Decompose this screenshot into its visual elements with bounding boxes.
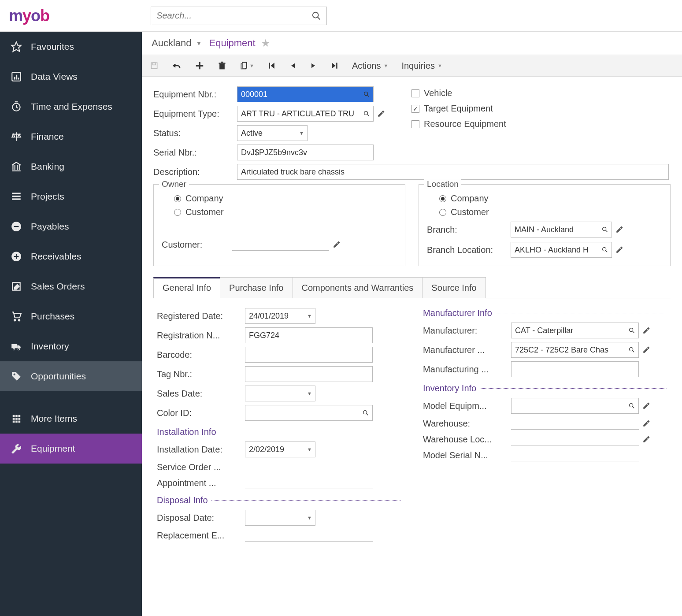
color-id-input[interactable] [245, 405, 373, 421]
sidebar-item-sales[interactable]: Sales Orders [0, 271, 142, 301]
sidebar-item-opportunities[interactable]: Opportunities [0, 361, 142, 391]
search-icon[interactable] [362, 409, 369, 416]
sales-date-input[interactable] [245, 386, 315, 401]
chevron-down-icon[interactable]: ▼ [299, 130, 304, 136]
chevron-down-icon[interactable]: ▼ [307, 515, 312, 520]
disposal-date-input[interactable] [245, 510, 315, 526]
sidebar-item-time[interactable]: Time and Expenses [0, 92, 142, 122]
search-icon[interactable] [311, 11, 321, 21]
search-icon[interactable] [628, 346, 635, 353]
pencil-icon[interactable] [377, 110, 385, 118]
registration-n-label: Registration N... [157, 330, 245, 341]
pencil-icon[interactable] [642, 435, 650, 443]
svg-rect-5 [16, 75, 17, 80]
sidebar-item-receivables[interactable]: Receivables [0, 241, 142, 271]
pencil-icon[interactable] [642, 419, 650, 427]
barcode-input[interactable] [245, 347, 373, 363]
branch-input[interactable] [511, 222, 612, 237]
sidebar-item-favourites[interactable]: Favourites [0, 32, 142, 62]
sidebar-item-more[interactable]: More Items [0, 404, 142, 434]
sidebar-item-banking[interactable]: Banking [0, 152, 142, 182]
sidebar-item-payables[interactable]: Payables [0, 212, 142, 241]
chevron-down-icon[interactable]: ▼ [307, 447, 312, 452]
chevron-down-icon[interactable]: ▼ [307, 313, 312, 319]
next-button[interactable] [310, 61, 317, 71]
search-icon[interactable] [601, 226, 608, 233]
prev-button[interactable] [289, 61, 297, 71]
service-order-input[interactable] [245, 461, 373, 473]
branch-loc-input[interactable] [511, 242, 612, 258]
sidebar-item-equipment[interactable]: Equipment [0, 434, 142, 464]
svg-rect-15 [16, 254, 17, 259]
warehouse-input[interactable] [511, 417, 639, 430]
tag-nbr-input[interactable] [245, 366, 373, 382]
save-button[interactable] [150, 61, 159, 70]
inquiries-menu[interactable]: Inquiries▼ [401, 61, 442, 71]
sidebar-item-inventory[interactable]: Inventory [0, 331, 142, 361]
undo-button[interactable] [172, 61, 182, 71]
search-icon[interactable] [363, 110, 370, 117]
location-customer-radio[interactable]: Customer [439, 207, 662, 217]
model-equipm-input[interactable] [511, 398, 639, 414]
pencil-icon[interactable] [615, 246, 623, 254]
equipment-nbr-input[interactable] [237, 86, 374, 102]
replacement-input[interactable] [245, 529, 373, 542]
target-checkbox[interactable]: Target Equipment [411, 104, 506, 114]
search-icon[interactable] [628, 327, 635, 334]
copy-button[interactable]: ▼ [240, 61, 254, 71]
chevron-down-icon[interactable]: ▼ [307, 391, 312, 396]
installation-date-input[interactable] [245, 442, 315, 457]
owner-customer-radio[interactable]: Customer [174, 207, 397, 217]
search-icon[interactable] [628, 402, 635, 409]
pencil-icon[interactable] [642, 327, 650, 334]
equipment-type-input[interactable] [237, 106, 374, 122]
last-button[interactable] [330, 61, 339, 71]
manufacturer-input[interactable] [511, 323, 639, 338]
customer-input[interactable] [232, 238, 329, 251]
tab-purchase[interactable]: Purchase Info [220, 277, 293, 298]
sidebar-label: Data Views [31, 71, 78, 82]
sidebar-label: Inventory [31, 341, 69, 352]
search-icon[interactable] [601, 246, 608, 253]
svg-point-18 [19, 319, 20, 321]
add-button[interactable] [195, 61, 204, 71]
tab-general[interactable]: General Info [153, 277, 220, 298]
description-input[interactable] [237, 164, 669, 180]
actions-menu[interactable]: Actions▼ [352, 61, 388, 71]
search-box[interactable] [151, 7, 327, 25]
resource-checkbox[interactable]: Resource Equipment [411, 119, 506, 129]
owner-company-radio[interactable]: Company [174, 193, 397, 204]
location-company-radio[interactable]: Company [439, 193, 662, 204]
registered-date-input[interactable] [245, 308, 315, 324]
chevron-down-icon[interactable]: ▼ [196, 40, 202, 47]
manufacturer-label: Manufacturer: [423, 326, 511, 336]
delete-button[interactable] [218, 61, 226, 71]
registration-n-input[interactable] [245, 327, 373, 343]
sidebar-item-purchases[interactable]: Purchases [0, 301, 142, 331]
model-serial-input[interactable] [511, 449, 639, 461]
first-button[interactable] [267, 61, 276, 71]
tab-source[interactable]: Source Info [422, 277, 486, 298]
pencil-icon[interactable] [642, 402, 650, 410]
star-icon[interactable]: ★ [261, 37, 271, 49]
sidebar-item-dataviews[interactable]: Data Views [0, 62, 142, 92]
pencil-icon[interactable] [642, 346, 650, 354]
sidebar-label: Time and Expenses [31, 101, 112, 112]
sidebar-item-projects[interactable]: Projects [0, 182, 142, 212]
serial-nbr-input[interactable] [237, 145, 374, 160]
sidebar-item-finance[interactable]: Finance [0, 122, 142, 152]
svg-point-50 [603, 227, 606, 231]
manufacturing-input[interactable] [511, 361, 639, 377]
status-select[interactable] [237, 125, 308, 141]
appointment-input[interactable] [245, 477, 373, 489]
pencil-icon[interactable] [615, 226, 623, 234]
tab-components[interactable]: Components and Warranties [293, 277, 423, 298]
breadcrumb-company[interactable]: Auckland [152, 37, 192, 49]
vehicle-checkbox[interactable]: Vehicle [411, 88, 506, 98]
warehouse-loc-input[interactable] [511, 433, 639, 445]
pencil-icon[interactable] [333, 241, 341, 249]
svg-point-60 [630, 404, 633, 407]
search-input[interactable] [156, 11, 311, 21]
manufacturer-m-input[interactable] [511, 342, 639, 358]
search-icon[interactable] [363, 91, 370, 98]
